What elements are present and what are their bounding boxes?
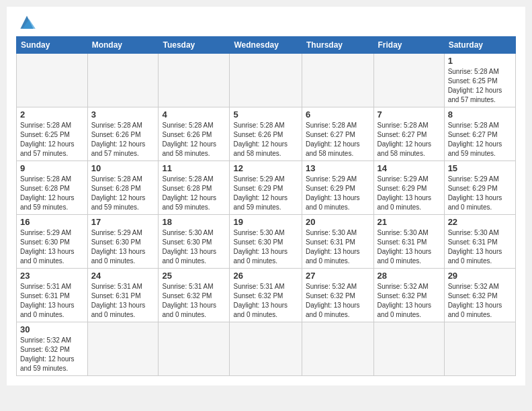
logo-icon (16, 13, 38, 32)
day-number: 13 (306, 163, 370, 173)
day-info: Sunrise: 5:28 AM Sunset: 6:26 PM Dayligh… (162, 121, 226, 158)
day-number: 16 (20, 217, 84, 227)
calendar-cell: 5Sunrise: 5:28 AM Sunset: 6:26 PM Daylig… (230, 107, 302, 161)
calendar-cell (302, 54, 374, 107)
weekday-header-monday: Monday (87, 37, 159, 54)
day-number: 22 (448, 217, 512, 227)
week-row-1: 1Sunrise: 5:28 AM Sunset: 6:25 PM Daylig… (17, 54, 516, 107)
calendar-cell: 25Sunrise: 5:31 AM Sunset: 6:32 PM Dayli… (159, 269, 230, 322)
day-info: Sunrise: 5:30 AM Sunset: 6:31 PM Dayligh… (306, 228, 370, 266)
day-number: 29 (448, 271, 512, 281)
calendar-cell: 12Sunrise: 5:29 AM Sunset: 6:29 PM Dayli… (230, 161, 302, 215)
weekday-header-thursday: Thursday (302, 37, 374, 54)
day-info: Sunrise: 5:31 AM Sunset: 6:31 PM Dayligh… (91, 282, 155, 320)
day-info: Sunrise: 5:28 AM Sunset: 6:25 PM Dayligh… (20, 121, 84, 158)
calendar-cell: 15Sunrise: 5:29 AM Sunset: 6:29 PM Dayli… (444, 161, 515, 215)
calendar-cell (444, 322, 515, 376)
day-number: 15 (448, 163, 512, 173)
calendar-cell: 24Sunrise: 5:31 AM Sunset: 6:31 PM Dayli… (87, 269, 159, 322)
weekday-header-row: SundayMondayTuesdayWednesdayThursdayFrid… (17, 37, 516, 54)
day-info: Sunrise: 5:28 AM Sunset: 6:26 PM Dayligh… (233, 121, 298, 158)
calendar-cell: 27Sunrise: 5:32 AM Sunset: 6:32 PM Dayli… (302, 269, 374, 322)
day-number: 5 (233, 109, 298, 120)
day-number: 18 (162, 217, 226, 227)
day-number: 23 (20, 271, 84, 281)
calendar-cell (87, 322, 159, 376)
calendar-cell (373, 322, 444, 376)
day-number: 14 (378, 163, 441, 173)
day-info: Sunrise: 5:29 AM Sunset: 6:29 PM Dayligh… (233, 175, 298, 212)
calendar-page: SundayMondayTuesdayWednesdayThursdayFrid… (7, 7, 525, 385)
day-number: 12 (233, 163, 298, 173)
day-info: Sunrise: 5:31 AM Sunset: 6:32 PM Dayligh… (233, 282, 298, 320)
day-info: Sunrise: 5:28 AM Sunset: 6:27 PM Dayligh… (378, 121, 441, 158)
calendar-cell: 30Sunrise: 5:32 AM Sunset: 6:32 PM Dayli… (17, 322, 88, 376)
day-info: Sunrise: 5:28 AM Sunset: 6:25 PM Dayligh… (448, 67, 512, 105)
day-info: Sunrise: 5:29 AM Sunset: 6:30 PM Dayligh… (91, 228, 155, 266)
week-row-3: 9Sunrise: 5:28 AM Sunset: 6:28 PM Daylig… (17, 161, 516, 215)
calendar-cell: 23Sunrise: 5:31 AM Sunset: 6:31 PM Dayli… (17, 269, 88, 322)
weekday-header-tuesday: Tuesday (159, 37, 230, 54)
day-number: 1 (448, 56, 512, 66)
day-info: Sunrise: 5:29 AM Sunset: 6:29 PM Dayligh… (448, 175, 512, 212)
calendar-cell: 20Sunrise: 5:30 AM Sunset: 6:31 PM Dayli… (302, 215, 374, 269)
calendar-cell (230, 54, 302, 107)
calendar-cell (17, 54, 88, 107)
calendar-cell (373, 54, 444, 107)
day-number: 26 (233, 271, 298, 281)
day-number: 4 (162, 109, 226, 120)
week-row-2: 2Sunrise: 5:28 AM Sunset: 6:25 PM Daylig… (17, 107, 516, 161)
day-info: Sunrise: 5:28 AM Sunset: 6:28 PM Dayligh… (91, 175, 155, 212)
calendar-cell: 14Sunrise: 5:29 AM Sunset: 6:29 PM Dayli… (373, 161, 444, 215)
day-number: 11 (162, 163, 226, 173)
day-info: Sunrise: 5:28 AM Sunset: 6:28 PM Dayligh… (162, 175, 226, 212)
day-number: 7 (378, 109, 441, 120)
day-info: Sunrise: 5:30 AM Sunset: 6:30 PM Dayligh… (162, 228, 226, 266)
day-info: Sunrise: 5:30 AM Sunset: 6:30 PM Dayligh… (233, 228, 298, 266)
day-info: Sunrise: 5:32 AM Sunset: 6:32 PM Dayligh… (306, 282, 370, 320)
logo (16, 13, 40, 32)
day-number: 24 (91, 271, 155, 281)
day-info: Sunrise: 5:30 AM Sunset: 6:31 PM Dayligh… (448, 228, 512, 266)
weekday-header-saturday: Saturday (444, 37, 515, 54)
calendar-cell: 3Sunrise: 5:28 AM Sunset: 6:26 PM Daylig… (87, 107, 159, 161)
calendar-cell: 13Sunrise: 5:29 AM Sunset: 6:29 PM Dayli… (302, 161, 374, 215)
day-info: Sunrise: 5:31 AM Sunset: 6:31 PM Dayligh… (20, 282, 84, 320)
calendar-cell: 18Sunrise: 5:30 AM Sunset: 6:30 PM Dayli… (159, 215, 230, 269)
day-number: 25 (162, 271, 226, 281)
weekday-header-friday: Friday (373, 37, 444, 54)
day-number: 20 (306, 217, 370, 227)
calendar-cell: 29Sunrise: 5:32 AM Sunset: 6:32 PM Dayli… (444, 269, 515, 322)
day-info: Sunrise: 5:28 AM Sunset: 6:26 PM Dayligh… (91, 121, 155, 158)
calendar-cell: 21Sunrise: 5:30 AM Sunset: 6:31 PM Dayli… (373, 215, 444, 269)
calendar-cell: 9Sunrise: 5:28 AM Sunset: 6:28 PM Daylig… (17, 161, 88, 215)
day-info: Sunrise: 5:29 AM Sunset: 6:29 PM Dayligh… (306, 175, 370, 212)
day-info: Sunrise: 5:29 AM Sunset: 6:30 PM Dayligh… (20, 228, 84, 266)
week-row-4: 16Sunrise: 5:29 AM Sunset: 6:30 PM Dayli… (17, 215, 516, 269)
day-info: Sunrise: 5:28 AM Sunset: 6:27 PM Dayligh… (306, 121, 370, 158)
day-info: Sunrise: 5:32 AM Sunset: 6:32 PM Dayligh… (448, 282, 512, 320)
calendar-cell (159, 54, 230, 107)
day-number: 2 (20, 109, 84, 120)
calendar-cell: 16Sunrise: 5:29 AM Sunset: 6:30 PM Dayli… (17, 215, 88, 269)
day-number: 30 (20, 324, 84, 334)
day-info: Sunrise: 5:32 AM Sunset: 6:32 PM Dayligh… (20, 336, 84, 373)
day-info: Sunrise: 5:31 AM Sunset: 6:32 PM Dayligh… (162, 282, 226, 320)
calendar-cell: 1Sunrise: 5:28 AM Sunset: 6:25 PM Daylig… (444, 54, 515, 107)
calendar-table: SundayMondayTuesdayWednesdayThursdayFrid… (16, 36, 516, 376)
calendar-cell: 7Sunrise: 5:28 AM Sunset: 6:27 PM Daylig… (373, 107, 444, 161)
day-info: Sunrise: 5:32 AM Sunset: 6:32 PM Dayligh… (378, 282, 441, 320)
weekday-header-sunday: Sunday (17, 37, 88, 54)
day-number: 9 (20, 163, 84, 173)
calendar-cell: 2Sunrise: 5:28 AM Sunset: 6:25 PM Daylig… (17, 107, 88, 161)
calendar-cell: 22Sunrise: 5:30 AM Sunset: 6:31 PM Dayli… (444, 215, 515, 269)
calendar-cell: 4Sunrise: 5:28 AM Sunset: 6:26 PM Daylig… (159, 107, 230, 161)
day-number: 27 (306, 271, 370, 281)
day-info: Sunrise: 5:30 AM Sunset: 6:31 PM Dayligh… (378, 228, 441, 266)
calendar-cell (87, 54, 159, 107)
day-number: 17 (91, 217, 155, 227)
calendar-cell (159, 322, 230, 376)
header (16, 13, 516, 32)
calendar-cell: 26Sunrise: 5:31 AM Sunset: 6:32 PM Dayli… (230, 269, 302, 322)
calendar-cell (302, 322, 374, 376)
